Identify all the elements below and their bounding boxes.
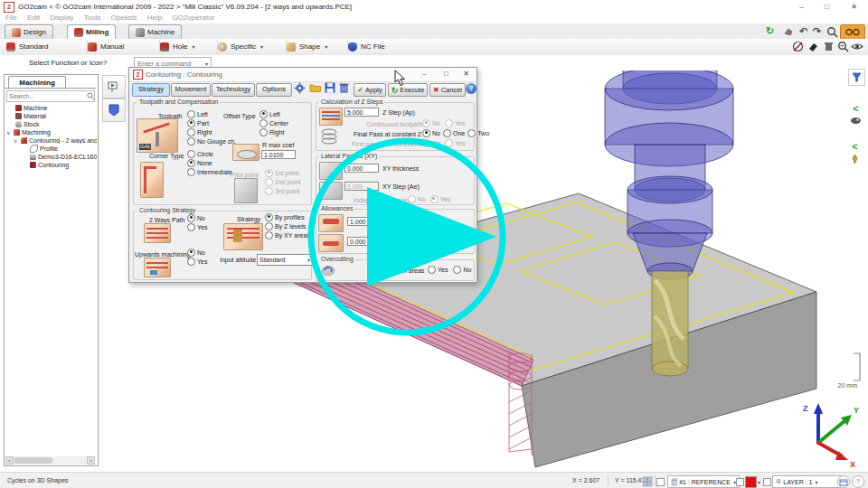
radio-finalpass-one[interactable]: One bbox=[443, 128, 465, 137]
radio-twoways-no[interactable]: No bbox=[187, 213, 207, 222]
radio-offset-center[interactable]: Center bbox=[259, 118, 288, 127]
tab-milling[interactable]: Milling bbox=[67, 24, 116, 39]
radio-firstpass-yes[interactable]: Yes bbox=[445, 138, 465, 147]
help-button[interactable]: ? bbox=[466, 83, 476, 94]
dialog-tab-strategy[interactable]: Strategy bbox=[132, 83, 170, 97]
dialog-tab-options[interactable]: Options bbox=[256, 83, 292, 97]
open-folder-icon[interactable] bbox=[309, 82, 323, 96]
command-dropdown-arrow[interactable]: ▾ bbox=[205, 61, 208, 67]
save-icon[interactable] bbox=[325, 82, 338, 96]
dialog-maximize-button[interactable]: □ bbox=[440, 69, 452, 79]
xy-stock-input[interactable] bbox=[347, 217, 382, 226]
search-box[interactable] bbox=[6, 90, 95, 102]
tool-shape-button[interactable]: Shape▾ bbox=[282, 40, 348, 53]
redo-icon[interactable]: ↷ bbox=[813, 25, 821, 37]
menu-go2operator[interactable]: GO2operator bbox=[172, 14, 214, 22]
radio-upwards-no[interactable]: No bbox=[187, 248, 207, 257]
tree-item-tool[interactable]: Demo3-D16-ECL160B56 bbox=[30, 153, 97, 160]
dialog-tab-movement[interactable]: Movement bbox=[171, 83, 211, 97]
eraser-icon[interactable] bbox=[807, 41, 819, 52]
specific-dropdown-arrow[interactable]: ▾ bbox=[260, 43, 263, 50]
radio-continuous-yes[interactable]: Yes bbox=[445, 118, 465, 127]
radio-strategy-xyareas[interactable]: By XY areas bbox=[265, 230, 310, 239]
delete-trash-icon[interactable] bbox=[339, 82, 353, 96]
radio-toolpath-nogouge[interactable]: No Gouge ch. bbox=[187, 136, 236, 145]
scrollbar-thumb[interactable] bbox=[14, 457, 52, 464]
refresh-icon[interactable]: ↻ bbox=[766, 25, 774, 37]
previous-view-button[interactable]: < bbox=[850, 99, 862, 125]
radio-toolpath-right[interactable]: Right bbox=[187, 127, 236, 136]
dialog-title-bar[interactable]: 2 Contouring : Contouring – □ ✕ bbox=[129, 68, 476, 82]
dialog-minimize-button[interactable]: – bbox=[419, 69, 430, 79]
hide-entity-icon[interactable] bbox=[792, 41, 804, 52]
pan-icon[interactable] bbox=[783, 26, 795, 38]
radio-corner-circle[interactable]: Circle bbox=[187, 149, 232, 158]
menu-display[interactable]: Display bbox=[50, 14, 73, 22]
cancel-button[interactable]: ✖ Cancel bbox=[429, 83, 466, 97]
simulation-button[interactable] bbox=[102, 75, 126, 99]
go2-glasses-button[interactable] bbox=[840, 24, 865, 40]
delete-brush-icon[interactable] bbox=[823, 41, 835, 52]
tree-item-contouring-group[interactable]: ∨ Contouring - 2 ways and up bbox=[14, 136, 97, 144]
tree-item-material[interactable]: Material bbox=[15, 112, 46, 119]
dialog-close-button[interactable]: ✕ bbox=[460, 69, 472, 79]
rmax-input[interactable] bbox=[261, 150, 296, 159]
tree-item-profile[interactable]: Profile bbox=[30, 145, 58, 152]
tree-item-contouring-op[interactable]: Contouring bbox=[30, 161, 69, 168]
menu-tools[interactable]: Tools bbox=[84, 14, 101, 22]
radio-finalpass-two[interactable]: Two bbox=[467, 128, 489, 137]
radio-upwards-yes[interactable]: Yes bbox=[187, 257, 207, 266]
hole-dropdown-arrow[interactable]: ▾ bbox=[192, 43, 194, 50]
expander-icon[interactable]: ∨ bbox=[14, 137, 19, 144]
tool-ncfile-button[interactable]: NC File bbox=[344, 40, 416, 53]
radio-corner-intermediate[interactable]: Intermediate bbox=[187, 167, 232, 176]
tree-item-stock[interactable]: Stock bbox=[15, 120, 40, 127]
menu-opelists[interactable]: Opelists bbox=[111, 14, 137, 22]
expander-icon[interactable]: ∨ bbox=[6, 129, 12, 136]
tree-item-machining[interactable]: ∨ Machining bbox=[6, 128, 51, 136]
maximize-button[interactable]: □ bbox=[821, 2, 833, 12]
menu-help[interactable]: Help bbox=[147, 14, 162, 22]
radio-strategy-zlevels[interactable]: By Z levels bbox=[265, 221, 310, 230]
minimize-button[interactable]: – bbox=[796, 2, 807, 12]
zoom-icon[interactable] bbox=[826, 26, 838, 38]
radio-pilot-2nd[interactable]: 2nd point bbox=[265, 177, 301, 186]
tool-hole-button[interactable]: Hole▾ bbox=[156, 40, 218, 53]
visibility-eye-icon[interactable] bbox=[851, 41, 863, 52]
menu-file[interactable]: File bbox=[5, 14, 17, 22]
apply-button[interactable]: ✔ Apply bbox=[354, 83, 386, 97]
radio-twoways-yes[interactable]: Yes bbox=[187, 222, 207, 231]
radio-continuous-no[interactable]: No bbox=[422, 118, 440, 127]
xy-thickness-input[interactable] bbox=[344, 164, 379, 173]
tool-specific-button[interactable]: Specific▾ bbox=[213, 40, 287, 53]
tree-horizontal-scrollbar[interactable]: < < bbox=[5, 456, 95, 465]
scroll-left-arrow[interactable]: < bbox=[5, 456, 14, 465]
radio-independent-yes[interactable]: Yes bbox=[430, 194, 450, 203]
z-step-input[interactable] bbox=[344, 108, 379, 117]
radio-pilot-3rd[interactable]: 3rd point bbox=[265, 186, 301, 195]
nc-output-button[interactable] bbox=[102, 99, 126, 122]
radio-firstpass-no[interactable]: No bbox=[422, 138, 440, 147]
execute-button[interactable]: ↻ Execute bbox=[388, 83, 428, 97]
radio-manage-yes[interactable]: Yes bbox=[428, 265, 448, 274]
tool-standard-button[interactable]: Standard bbox=[2, 40, 88, 53]
tab-machine[interactable]: Machine bbox=[128, 24, 182, 39]
xy-step-input[interactable] bbox=[344, 182, 379, 191]
radio-strategy-profiles[interactable]: By profiles bbox=[265, 212, 310, 221]
radio-finalpass-no[interactable]: No bbox=[422, 128, 440, 137]
radio-corner-none[interactable]: None bbox=[187, 158, 232, 167]
tool-manual-button[interactable]: Manual bbox=[83, 40, 160, 53]
menu-edit[interactable]: Edit bbox=[27, 14, 40, 22]
z-stock-input[interactable] bbox=[347, 237, 382, 246]
zoom-window-icon[interactable] bbox=[837, 41, 849, 52]
undo-icon[interactable]: ↶ bbox=[799, 25, 807, 37]
dialog-tab-technology[interactable]: Technology bbox=[212, 83, 255, 97]
tab-design[interactable]: Design bbox=[5, 24, 53, 39]
scroll-right-arrow[interactable]: < bbox=[87, 456, 95, 465]
shape-dropdown-arrow[interactable]: ▾ bbox=[325, 43, 327, 50]
radio-manage-no[interactable]: No bbox=[453, 265, 471, 274]
input-altitude-select[interactable]: Standard ▾ bbox=[257, 254, 313, 266]
radio-offset-right[interactable]: Right bbox=[259, 127, 288, 136]
radio-pilot-1st[interactable]: 1st point bbox=[265, 168, 301, 177]
tree-item-machine[interactable]: Machine bbox=[15, 104, 47, 111]
